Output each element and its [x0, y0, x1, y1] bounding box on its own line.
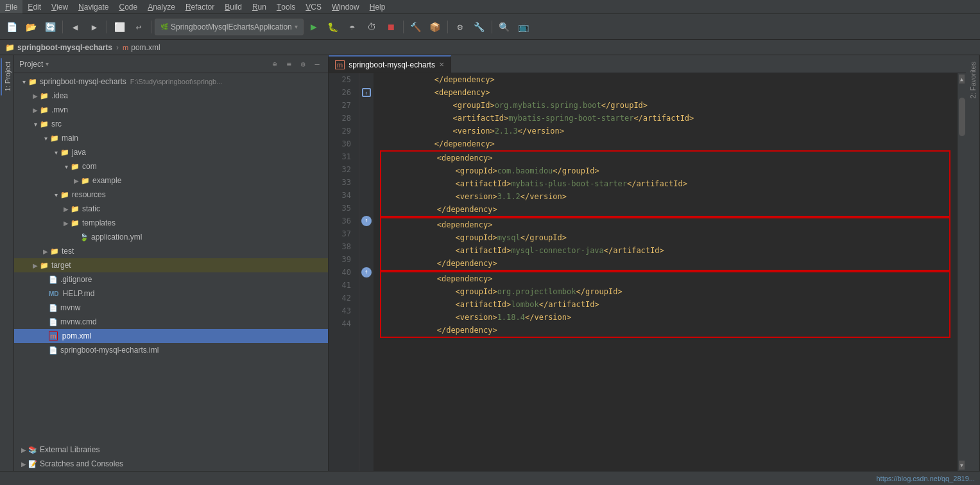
build-btn[interactable]: 🔨 — [407, 18, 425, 36]
tree-test[interactable]: ▶ 📁 test — [14, 244, 328, 258]
menu-tools[interactable]: Tools — [271, 0, 300, 13]
tab-close-btn[interactable]: ✕ — [439, 61, 444, 68]
cmd-file-icon: 📄 — [49, 318, 58, 326]
search-btn[interactable]: 🔍 — [495, 18, 513, 36]
menu-run[interactable]: Run — [247, 0, 271, 13]
menu-navigate[interactable]: Navigate — [73, 0, 114, 13]
terminal-btn[interactable]: 📺 — [515, 18, 533, 36]
menu-window[interactable]: Window — [327, 0, 365, 13]
menu-edit[interactable]: Edit — [22, 0, 46, 13]
debug-btn[interactable]: 🐛 — [324, 18, 342, 36]
gutter: ↕ ↓ — [359, 73, 374, 471]
stop-btn[interactable]: ⏹ — [382, 18, 400, 36]
tree-src[interactable]: ▾ 📁 src — [14, 117, 328, 131]
menu-view[interactable]: View — [46, 0, 73, 13]
tree-templates[interactable]: ▶ 📁 templates — [14, 216, 328, 230]
view-mode-btn[interactable]: ⬜ — [110, 18, 128, 36]
tree-help-md[interactable]: MD HELP.md — [14, 287, 328, 301]
profile-btn[interactable]: ⏱ — [363, 18, 381, 36]
status-right: https://blog.csdn.net/qq_2819... — [876, 475, 975, 482]
com-label: com — [82, 162, 97, 171]
tree-external-libs[interactable]: ▶ 📚 External Libraries — [14, 443, 328, 457]
sdk-btn[interactable]: 🔧 — [470, 18, 488, 36]
main-arrow: ▾ — [41, 135, 50, 142]
tree-iml[interactable]: 📄 springboot-mysql-echarts.iml — [14, 343, 328, 357]
tree-java[interactable]: ▾ 📁 java — [14, 145, 328, 159]
sidebar-collapse-btn[interactable]: ≡ — [283, 58, 295, 70]
tree-target[interactable]: ▶ 📁 target — [14, 258, 328, 272]
tree-resources[interactable]: ▾ 📁 resources — [14, 188, 328, 202]
tree-gitignore[interactable]: 📄 .gitignore — [14, 272, 328, 287]
menu-build[interactable]: Build — [219, 0, 247, 13]
gutter-up-icon-40: ↓ — [365, 269, 368, 276]
mvnw-file-icon: 📄 — [49, 304, 58, 312]
sync-btn[interactable]: 🔄 — [41, 18, 59, 36]
gutter-circle-40[interactable]: ↓ — [361, 267, 372, 278]
gutter-44 — [359, 317, 374, 330]
menu-refactor[interactable]: Refactor — [180, 0, 219, 13]
resources-arrow: ▾ — [51, 191, 60, 198]
static-label: static — [82, 204, 100, 213]
scrollbar-track[interactable] — [958, 85, 966, 459]
run-config-selector[interactable]: 🌿 SpringbootMysqlEchartsApplication ▾ — [155, 19, 304, 35]
gutter-scroll-icon[interactable]: ↕ — [362, 88, 371, 97]
menu-code[interactable]: Code — [114, 0, 142, 13]
scratches-arrow: ▶ — [19, 461, 28, 468]
lnum-43: 43 — [329, 304, 354, 317]
menu-vcs[interactable]: VCS — [300, 0, 327, 13]
sidebar-gear-btn[interactable]: ⚙ — [297, 58, 309, 70]
editor-tab-pom[interactable]: m springboot-mysql-echarts ✕ — [329, 55, 451, 73]
menu-bar: File Edit View Navigate Code Analyze Ref… — [0, 0, 980, 14]
gutter-28 — [359, 112, 374, 125]
tree-example[interactable]: ▶ 📁 example — [14, 173, 328, 188]
scrollbar-up[interactable]: ▲ — [959, 75, 965, 84]
tree-pom-xml[interactable]: m pom.xml — [14, 329, 328, 343]
coverage-btn[interactable]: ☂ — [343, 18, 361, 36]
build-project-btn[interactable]: 📦 — [426, 18, 444, 36]
tree-mvn[interactable]: ▶ 📁 .mvn — [14, 103, 328, 117]
tree-mvnw[interactable]: 📄 mvnw — [14, 301, 328, 315]
code-lines[interactable]: </dependency> <dependency> <groupId>org.… — [374, 73, 957, 471]
scrollbar-down[interactable]: ▼ — [959, 461, 965, 470]
new-file-btn[interactable]: 📄 — [3, 18, 21, 36]
tree-scratches[interactable]: ▶ 📝 Scratches and Consoles — [14, 457, 328, 471]
root-label: springboot-mysql-echarts — [40, 77, 126, 86]
tree-static[interactable]: ▶ 📁 static — [14, 202, 328, 216]
file-name[interactable]: pom.xml — [131, 43, 160, 52]
run-btn[interactable]: ▶ — [305, 18, 323, 36]
back-btn[interactable]: ◀ — [66, 18, 84, 36]
fav-btn-favorites[interactable]: 2: Favorites — [967, 58, 979, 102]
idea-arrow: ▶ — [31, 93, 40, 100]
settings-btn[interactable]: ⚙ — [451, 18, 469, 36]
sidebar-title-arrow[interactable]: ▾ — [46, 60, 49, 67]
lnum-36: 36 — [329, 215, 354, 227]
lnum-26: 26 — [329, 86, 354, 99]
gutter-37 — [359, 227, 374, 240]
menu-file[interactable]: File — [0, 0, 22, 13]
vtab-project[interactable]: 1: Project — [1, 58, 13, 95]
editor-content: 25 26 27 28 29 30 31 32 33 34 35 36 37 3… — [329, 73, 966, 471]
mvn-arrow: ▶ — [31, 107, 40, 114]
status-url[interactable]: https://blog.csdn.net/qq_2819... — [876, 475, 975, 482]
menu-help[interactable]: Help — [365, 0, 391, 13]
menu-analyze[interactable]: Analyze — [142, 0, 180, 13]
tree-main[interactable]: ▾ 📁 main — [14, 131, 328, 145]
spaces-25 — [379, 73, 434, 86]
open-btn[interactable]: 📂 — [22, 18, 40, 36]
iml-label: springboot-mysql-echarts.iml — [60, 346, 159, 355]
toolbar: 📄 📂 🔄 ◀ ▶ ⬜ ↩ 🌿 SpringbootMysqlEchartsAp… — [0, 14, 980, 40]
code-line-32: <groupId>com.baomidou</groupId> — [381, 164, 949, 177]
lnum-44: 44 — [329, 317, 354, 330]
gutter-circle-36[interactable]: ↓ — [361, 216, 372, 226]
undo-btn[interactable]: ↩ — [130, 18, 148, 36]
tree-idea[interactable]: ▶ 📁 .idea — [14, 89, 328, 103]
project-name[interactable]: springboot-mysql-echarts — [17, 43, 112, 52]
tree-com[interactable]: ▾ 📁 com — [14, 159, 328, 173]
tree-mvnw-cmd[interactable]: 📄 mvnw.cmd — [14, 315, 328, 329]
tree-root[interactable]: ▾ 📁 springboot-mysql-echarts F:\Study\sp… — [14, 75, 328, 89]
sidebar-scope-btn[interactable]: ⊕ — [269, 58, 280, 70]
tree-application-yml[interactable]: 🍃 application.yml — [14, 230, 328, 244]
sidebar-hide-btn[interactable]: — — [311, 58, 323, 70]
scrollbar-thumb[interactable] — [959, 98, 965, 136]
forward-btn[interactable]: ▶ — [85, 18, 103, 36]
